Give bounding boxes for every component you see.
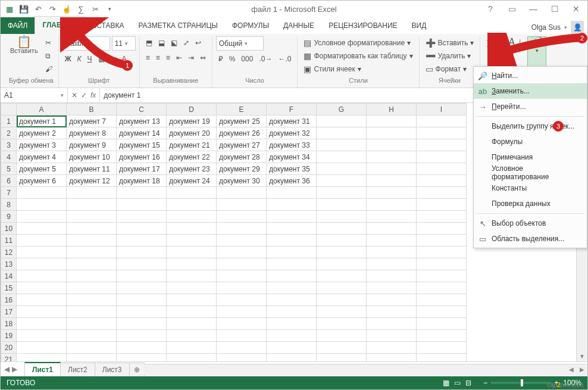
- sheet-nav-prev-icon[interactable]: ◀: [4, 365, 10, 373]
- new-sheet-button[interactable]: ⊕: [129, 363, 145, 376]
- cell[interactable]: документ 14: [117, 127, 167, 139]
- orientation-button[interactable]: ⤢: [181, 36, 192, 49]
- cell[interactable]: [417, 151, 467, 163]
- cell[interactable]: документ 11: [67, 163, 117, 175]
- row-header[interactable]: 11: [1, 235, 17, 247]
- cell[interactable]: [217, 258, 267, 270]
- menu-select-objects[interactable]: ↖Выбор объектов: [474, 216, 587, 231]
- menu-constants[interactable]: Константы: [474, 180, 587, 196]
- cell[interactable]: [67, 223, 117, 235]
- cell[interactable]: [217, 235, 267, 247]
- cell[interactable]: [367, 294, 417, 306]
- cell[interactable]: [367, 175, 417, 187]
- cell[interactable]: документ 30: [217, 175, 267, 187]
- bold-button[interactable]: Ж: [62, 52, 74, 65]
- cell[interactable]: [67, 187, 117, 199]
- cell[interactable]: [317, 258, 367, 270]
- cell[interactable]: [217, 247, 267, 258]
- align-bottom-button[interactable]: ⬕: [168, 36, 180, 49]
- cell[interactable]: [117, 211, 167, 223]
- cell[interactable]: [267, 211, 317, 223]
- cell[interactable]: [367, 199, 417, 211]
- cell[interactable]: [67, 318, 117, 330]
- borders-button[interactable]: ▦: [96, 52, 107, 65]
- cell[interactable]: [167, 318, 217, 330]
- cell[interactable]: [117, 294, 167, 306]
- cell[interactable]: [67, 235, 117, 247]
- cell[interactable]: [267, 330, 317, 342]
- row-header[interactable]: 15: [1, 282, 17, 294]
- cell[interactable]: документ 15: [117, 139, 167, 151]
- cell[interactable]: [167, 258, 217, 270]
- indent-dec-button[interactable]: ⇤: [174, 51, 184, 64]
- cell[interactable]: [417, 354, 467, 362]
- cell[interactable]: [167, 199, 217, 211]
- cell[interactable]: документ 29: [217, 163, 267, 175]
- formatpainter-button[interactable]: 🖌: [43, 63, 55, 76]
- ribbon-options-icon[interactable]: ▭: [503, 2, 521, 15]
- row-header[interactable]: 10: [1, 223, 17, 235]
- inc-decimal-button[interactable]: .0→: [257, 52, 274, 65]
- cell[interactable]: документ 5: [17, 163, 67, 175]
- scroll-right-icon[interactable]: ▶: [577, 366, 587, 373]
- column-header[interactable]: A: [17, 104, 67, 116]
- cell[interactable]: документ 17: [117, 163, 167, 175]
- qat-more-icon[interactable]: ▾: [103, 2, 116, 15]
- cell[interactable]: [317, 175, 367, 187]
- cell[interactable]: [117, 247, 167, 258]
- row-header[interactable]: 7: [1, 187, 17, 199]
- minimize-icon[interactable]: ―: [524, 2, 542, 15]
- cell[interactable]: документ 18: [117, 175, 167, 187]
- number-format-select[interactable]: Общий▾: [216, 36, 264, 51]
- menu-validation[interactable]: Проверка данных: [474, 196, 587, 211]
- cell[interactable]: [67, 294, 117, 306]
- cell[interactable]: [417, 294, 467, 306]
- tab-home[interactable]: ГЛАВНАЯ: [35, 16, 85, 34]
- account-label[interactable]: Olga Sus▾ 👤: [531, 21, 587, 34]
- cell[interactable]: [367, 270, 417, 282]
- cell[interactable]: документ 9: [67, 139, 117, 151]
- cell[interactable]: документ 13: [117, 116, 167, 127]
- sheet-tab[interactable]: Лист3: [95, 363, 130, 376]
- cell[interactable]: [267, 354, 317, 362]
- row-header[interactable]: 5: [1, 163, 17, 175]
- cell[interactable]: [367, 187, 417, 199]
- cell[interactable]: [267, 318, 317, 330]
- cell[interactable]: [317, 127, 367, 139]
- merge-button[interactable]: ⇔: [198, 51, 208, 64]
- cell[interactable]: документ 27: [217, 139, 267, 151]
- cell[interactable]: документ 24: [167, 175, 217, 187]
- cell[interactable]: [117, 318, 167, 330]
- cell[interactable]: [317, 163, 367, 175]
- cell[interactable]: [417, 116, 467, 127]
- cell[interactable]: [117, 199, 167, 211]
- cell[interactable]: [167, 306, 217, 318]
- cell[interactable]: [17, 223, 67, 235]
- currency-button[interactable]: ₽: [216, 52, 226, 65]
- cell[interactable]: документ 28: [217, 151, 267, 163]
- cell[interactable]: [267, 187, 317, 199]
- cell[interactable]: [67, 330, 117, 342]
- cell[interactable]: [417, 175, 467, 187]
- cell[interactable]: [417, 282, 467, 294]
- comma-button[interactable]: 000: [239, 52, 255, 65]
- cell[interactable]: документ 36: [267, 175, 317, 187]
- tab-data[interactable]: ДАННЫЕ: [276, 17, 321, 34]
- cell[interactable]: [17, 235, 67, 247]
- cell[interactable]: документ 6: [17, 175, 67, 187]
- cancel-formula-icon[interactable]: ✕: [71, 91, 77, 99]
- cell[interactable]: [167, 294, 217, 306]
- cell[interactable]: [167, 342, 217, 354]
- scroll-down-icon[interactable]: ▼: [577, 351, 587, 361]
- cell[interactable]: [367, 139, 417, 151]
- tab-pagelayout[interactable]: РАЗМЕТКА СТРАНИЦЫ: [131, 17, 225, 34]
- fill-button[interactable]: ▼▾: [484, 49, 502, 63]
- cell[interactable]: [217, 199, 267, 211]
- cell[interactable]: документ 12: [67, 175, 117, 187]
- scroll-left-icon[interactable]: ◀: [566, 366, 577, 373]
- view-pagebreak-icon[interactable]: ⊟: [465, 379, 471, 387]
- cell[interactable]: [67, 354, 117, 362]
- cell[interactable]: [217, 282, 267, 294]
- cell[interactable]: [167, 282, 217, 294]
- cell[interactable]: [317, 247, 367, 258]
